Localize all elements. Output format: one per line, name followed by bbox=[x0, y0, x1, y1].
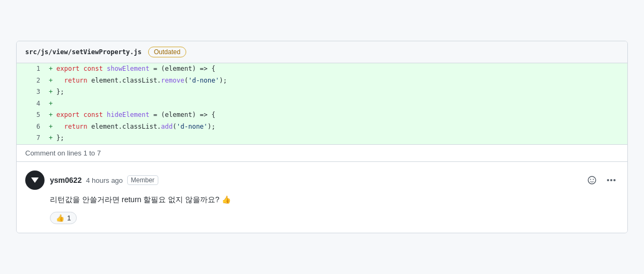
line-number-4: 4 bbox=[25, 98, 40, 110]
line-number-5: 5 bbox=[25, 109, 40, 121]
comment-header-left: ysm0622 4 hours ago Member bbox=[25, 171, 158, 190]
member-badge: Member bbox=[127, 175, 158, 185]
line-content-6: return element.classList.add('d-none'); bbox=[56, 121, 215, 133]
line-number-1: 1 bbox=[25, 63, 40, 75]
line-plus-6: + bbox=[49, 121, 56, 133]
reaction-bar: 👍 1 bbox=[50, 212, 619, 224]
svg-point-2 bbox=[590, 179, 591, 180]
line-content-1: export const showElement = (element) => … bbox=[56, 63, 215, 75]
reaction-count: 1 bbox=[67, 214, 71, 222]
line-number-2: 2 bbox=[25, 75, 40, 87]
more-options-button[interactable] bbox=[604, 177, 619, 183]
diff-card: src/js/view/setViewProperty.js Outdated … bbox=[16, 41, 628, 233]
comment-section: ysm0622 4 hours ago Member bbox=[17, 161, 627, 233]
svg-point-3 bbox=[593, 179, 594, 180]
code-line-6: 6 + return element.classList.add('d-none… bbox=[17, 121, 627, 133]
comment-body: 리턴값을 안쓸거라면 return 할필요 없지 않을까요? 👍 bbox=[50, 194, 619, 205]
code-line-4: 4 + bbox=[17, 98, 627, 110]
line-plus-4: + bbox=[49, 98, 56, 110]
line-plus-2: + bbox=[49, 75, 56, 87]
line-content-3: }; bbox=[56, 86, 64, 98]
code-line-2: 2 + return element.classList.remove('d-n… bbox=[17, 75, 627, 87]
code-line-1: 1 + export const showElement = (element)… bbox=[17, 63, 627, 75]
line-number-7: 7 bbox=[25, 132, 40, 144]
line-plus-3: + bbox=[49, 86, 56, 98]
reaction-emoji: 👍 bbox=[56, 214, 64, 222]
line-plus-1: + bbox=[49, 63, 56, 75]
dot2 bbox=[610, 179, 612, 181]
comment-author: ysm0622 bbox=[50, 176, 82, 184]
line-content-2: return element.classList.remove('d-none'… bbox=[56, 75, 227, 87]
file-header: src/js/view/setViewProperty.js Outdated bbox=[17, 41, 627, 63]
code-line-7: 7 + }; bbox=[17, 132, 627, 144]
code-block: 1 + export const showElement = (element)… bbox=[17, 63, 627, 144]
smiley-icon bbox=[588, 176, 596, 184]
avatar bbox=[25, 171, 45, 190]
file-path: src/js/view/setViewProperty.js bbox=[25, 48, 142, 56]
svg-point-1 bbox=[588, 176, 596, 184]
code-line-3: 3 + }; bbox=[17, 86, 627, 98]
line-plus-5: + bbox=[49, 109, 56, 121]
outdated-badge: Outdated bbox=[148, 47, 186, 57]
comment-actions bbox=[584, 173, 619, 188]
dot3 bbox=[613, 179, 616, 181]
line-content-5: export const hideElement = (element) => … bbox=[56, 109, 215, 121]
emoji-reaction-button[interactable] bbox=[584, 173, 599, 188]
line-content-4 bbox=[56, 98, 60, 110]
comment-time: 4 hours ago bbox=[86, 176, 123, 184]
comment-header: ysm0622 4 hours ago Member bbox=[25, 171, 619, 190]
line-content-7: }; bbox=[56, 132, 64, 144]
thumbs-up-reaction[interactable]: 👍 1 bbox=[50, 212, 77, 224]
dot1 bbox=[607, 179, 609, 181]
line-number-6: 6 bbox=[25, 121, 40, 133]
comment-bar-text: Comment on lines 1 to 7 bbox=[25, 149, 101, 157]
svg-marker-0 bbox=[31, 177, 39, 183]
comment-meta: ysm0622 4 hours ago Member bbox=[50, 175, 158, 185]
line-plus-7: + bbox=[49, 132, 56, 144]
comment-on-lines-bar: Comment on lines 1 to 7 bbox=[17, 144, 627, 161]
avatar-icon bbox=[30, 175, 40, 185]
line-number-3: 3 bbox=[25, 86, 40, 98]
code-line-5: 5 + export const hideElement = (element)… bbox=[17, 109, 627, 121]
